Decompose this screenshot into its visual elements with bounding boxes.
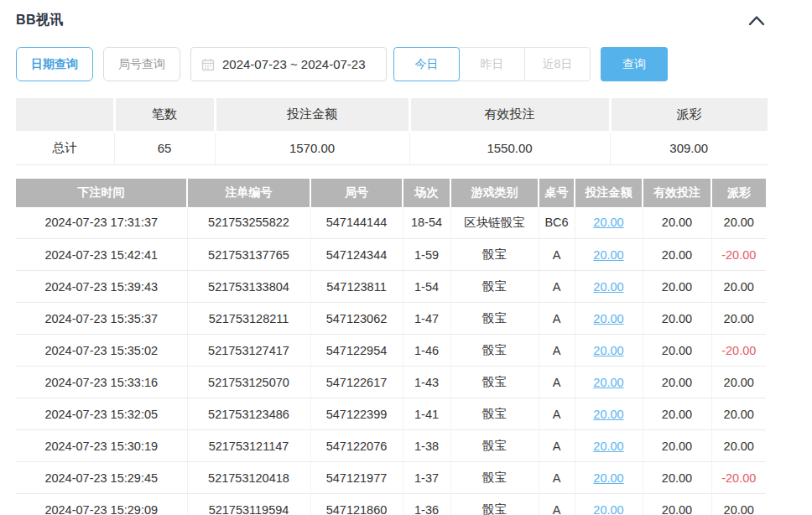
records-header-cell: 桌号 (539, 179, 575, 207)
page-title: BB视讯 (16, 12, 64, 29)
cell-game-type: 骰宝 (450, 271, 539, 303)
cell-session: 1-37 (403, 462, 450, 494)
bb-video-panel: BB视讯 日期查询 局号查询 (0, 0, 812, 515)
cell-bet-amount: 20.00 (575, 239, 643, 271)
cell-bet-id: 521753255822 (187, 207, 310, 239)
calendar-icon (201, 58, 215, 71)
cell-session: 1-46 (403, 335, 450, 367)
records-table: 下注时间注单编号局号场次游戏类别桌号投注金额有效投注派彩 2024-07-23 … (16, 179, 766, 515)
cell-bet-id: 521753137765 (187, 239, 310, 271)
cell-bet-id: 521753125070 (187, 367, 310, 398)
cell-bet-time: 2024-07-23 15:35:02 (16, 335, 187, 367)
table-row: 2024-07-23 15:35:02521753127417547122954… (16, 335, 766, 367)
bet-amount-link[interactable]: 20.00 (593, 503, 623, 515)
cell-game-type: 骰宝 (450, 462, 539, 494)
summary-total-row: 总计651570.001550.00309.00 (16, 132, 768, 164)
cell-bet-time: 2024-07-23 15:29:09 (16, 494, 187, 515)
cell-valid-bet: 20.00 (643, 430, 711, 462)
summary-value-cell: 1570.00 (215, 132, 409, 164)
cell-round-id: 547144144 (310, 207, 403, 239)
collapse-button[interactable] (746, 13, 768, 29)
summary-value-cell: 309.00 (610, 132, 768, 164)
summary-value-cell: 65 (114, 132, 215, 164)
search-button[interactable]: 查询 (601, 47, 668, 81)
bet-amount-link[interactable]: 20.00 (593, 248, 623, 262)
bet-amount-link[interactable]: 20.00 (593, 312, 623, 325)
records-header-row: 下注时间注单编号局号场次游戏类别桌号投注金额有效投注派彩 (16, 179, 766, 207)
cell-game-type: 骰宝 (450, 494, 539, 515)
table-row: 2024-07-23 15:35:37521753128211547123062… (16, 303, 766, 335)
bet-amount-link[interactable]: 20.00 (593, 280, 623, 294)
cell-session: 1-54 (403, 271, 450, 303)
summary-header-row: 笔数投注金额有效投注派彩 (16, 98, 768, 132)
summary-row-label: 总计 (16, 132, 114, 164)
bet-amount-link[interactable]: 20.00 (593, 216, 623, 229)
date-range-input[interactable]: 2024-07-23 ~ 2024-07-23 (190, 47, 387, 81)
records-header-cell: 游戏类别 (450, 179, 539, 207)
chevron-up-icon (748, 15, 765, 26)
table-row: 2024-07-23 15:29:09521753119594547121860… (16, 494, 766, 515)
table-row: 2024-07-23 15:39:43521753133804547123811… (16, 271, 766, 303)
cell-payout: 20.00 (711, 367, 766, 398)
table-row: 2024-07-23 17:31:37521753255822547144144… (16, 207, 766, 239)
query-toolbar: 日期查询 局号查询 2024-07-23 ~ 2024-07-23 今日昨日近8… (16, 47, 812, 81)
cell-round-id: 547122954 (310, 335, 403, 367)
cell-game-type: 骰宝 (450, 398, 539, 430)
bet-amount-link[interactable]: 20.00 (593, 344, 623, 357)
cell-round-id: 547123062 (310, 303, 403, 335)
records-header-cell: 场次 (403, 179, 450, 207)
tab-yesterday[interactable]: 昨日 (459, 47, 525, 81)
records-header-cell: 局号 (310, 179, 403, 207)
summary-header-cell: 有效投注 (409, 98, 610, 132)
cell-valid-bet: 20.00 (643, 398, 711, 430)
cell-bet-amount: 20.00 (575, 303, 643, 335)
cell-session: 1-36 (403, 494, 450, 515)
cell-round-id: 547124344 (310, 239, 403, 271)
cell-payout: 20.00 (711, 303, 766, 335)
bet-amount-link[interactable]: 20.00 (593, 376, 623, 389)
quick-range-group: 今日昨日近8日 (393, 47, 591, 81)
cell-table-no: A (539, 303, 575, 335)
cell-session: 1-43 (403, 367, 450, 398)
cell-table-no: A (539, 430, 575, 462)
cell-table-no: A (539, 398, 575, 430)
cell-bet-id: 521753133804 (187, 271, 310, 303)
summary-header-cell: 派彩 (610, 98, 768, 132)
cell-bet-id: 521753121147 (187, 430, 310, 462)
table-row: 2024-07-23 15:42:41521753137765547124344… (16, 239, 766, 271)
tab-last8days[interactable]: 近8日 (524, 47, 591, 81)
cell-valid-bet: 20.00 (643, 271, 711, 303)
cell-game-type: 骰宝 (450, 303, 539, 335)
records-header-cell: 下注时间 (16, 179, 187, 207)
cell-table-no: A (539, 335, 575, 367)
summary-table: 笔数投注金额有效投注派彩 总计651570.001550.00309.00 (16, 98, 768, 165)
cell-payout: 20.00 (711, 207, 766, 239)
summary-header-cell: 投注金额 (215, 98, 409, 132)
bet-amount-link[interactable]: 20.00 (593, 408, 623, 421)
round-query-button[interactable]: 局号查询 (103, 47, 180, 81)
cell-payout: 20.00 (711, 430, 766, 462)
bet-amount-link[interactable]: 20.00 (593, 471, 623, 485)
cell-bet-amount: 20.00 (575, 207, 643, 239)
cell-bet-time: 2024-07-23 15:33:16 (16, 367, 187, 398)
cell-bet-id: 521753128211 (187, 303, 310, 335)
records-header-cell: 投注金额 (575, 179, 643, 207)
cell-bet-amount: 20.00 (575, 367, 643, 398)
cell-valid-bet: 20.00 (643, 494, 711, 515)
cell-bet-time: 2024-07-23 15:29:45 (16, 462, 187, 494)
date-query-button[interactable]: 日期查询 (16, 47, 93, 81)
table-row: 2024-07-23 15:30:19521753121147547122076… (16, 430, 766, 462)
bet-amount-link[interactable]: 20.00 (593, 440, 623, 453)
tab-today[interactable]: 今日 (393, 47, 460, 81)
cell-table-no: A (539, 271, 575, 303)
cell-bet-time: 2024-07-23 17:31:37 (16, 207, 187, 239)
cell-session: 1-59 (403, 239, 450, 271)
cell-bet-amount: 20.00 (575, 430, 643, 462)
cell-round-id: 547121860 (310, 494, 403, 515)
cell-session: 1-41 (403, 398, 450, 430)
cell-bet-id: 521753120418 (187, 462, 310, 494)
panel-header: BB视讯 (16, 12, 768, 29)
summary-header-cell: 笔数 (114, 98, 215, 132)
cell-game-type: 骰宝 (450, 430, 539, 462)
cell-session: 1-38 (403, 430, 450, 462)
